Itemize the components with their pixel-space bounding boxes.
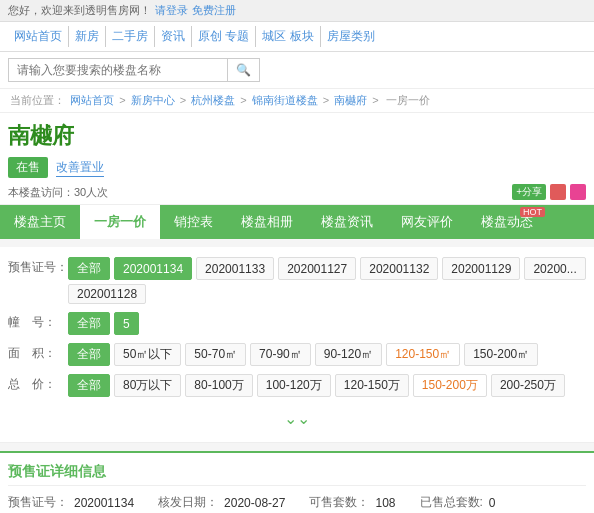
presale-202001133[interactable]: 202001133 [196,257,274,280]
estate-name: 南樾府 [8,121,586,151]
tab-nav: 楼盘主页 一房一价 销控表 楼盘相册 楼盘资讯 网友评价 楼盘动态 HOT [0,205,594,239]
filter-section: 预售证号： 全部 202001134 202001133 202001127 2… [0,247,594,443]
area-50below[interactable]: 50㎡以下 [114,343,181,366]
building-filter-row: 幢 号： 全部 5 [8,312,586,335]
estate-header: 南樾府 在售 改善置业 本楼盘访问：30人次 +分享 [0,113,594,205]
presale-options: 全部 202001134 202001133 202001127 2020011… [68,257,586,304]
presale-202001132[interactable]: 202001132 [360,257,438,280]
search-input[interactable] [8,58,228,82]
price-filter-row: 总 价： 全部 80万以下 80-100万 100-120万 120-150万 … [8,374,586,397]
breadcrumb-link-home[interactable]: 网站首页 [70,94,114,106]
cert-available-label: 可售套数： [309,494,369,511]
tab-one-price[interactable]: 一房一价 [80,205,160,239]
cert-date-value: 2020-08-27 [224,496,285,510]
area-all[interactable]: 全部 [68,343,110,366]
wechat-icon[interactable] [570,184,586,200]
price-label: 总 价： [8,374,68,393]
tab-dynamics[interactable]: 楼盘动态 HOT [467,205,547,239]
presale-filter-row: 预售证号： 全部 202001134 202001133 202001127 2… [8,257,586,304]
breadcrumb-link-jinnan[interactable]: 锦南街道楼盘 [252,94,318,106]
price-150-200[interactable]: 150-200万 [413,374,487,397]
share-icon[interactable]: +分享 [512,184,546,200]
breadcrumb-link-newcenter[interactable]: 新房中心 [131,94,175,106]
estate-visit-row: 本楼盘访问：30人次 +分享 [8,184,586,200]
presale-all[interactable]: 全部 [68,257,110,280]
greeting-text: 您好，欢迎来到透明售房网！ [8,3,151,18]
nav-item-newhouse[interactable]: 新房 [69,26,106,47]
tab-reviews[interactable]: 网友评价 [387,205,467,239]
area-label: 面 积： [8,343,68,362]
nav-item-home[interactable]: 网站首页 [8,26,69,47]
presale-202001127[interactable]: 202001127 [278,257,356,280]
price-80-100[interactable]: 80-100万 [185,374,252,397]
area-filter-row: 面 积： 全部 50㎡以下 50-70㎡ 70-90㎡ 90-120㎡ 120-… [8,343,586,366]
estate-status-row: 在售 改善置业 [8,157,586,178]
presale-label: 预售证号： [8,257,68,276]
nav-item-secondhand[interactable]: 二手房 [106,26,155,47]
cert-number-label: 预售证号： [8,494,68,511]
presale-20200more[interactable]: 20200... [524,257,585,280]
building-all[interactable]: 全部 [68,312,110,335]
area-50-70[interactable]: 50-70㎡ [185,343,246,366]
area-70-90[interactable]: 70-90㎡ [250,343,311,366]
tab-estate-home[interactable]: 楼盘主页 [0,205,80,239]
certificate-section: 预售证详细信息 预售证号： 202001134 核发日期： 2020-08-27… [0,451,594,513]
breadcrumb: 当前位置： 网站首页 > 新房中心 > 杭州楼盘 > 锦南街道楼盘 > 南樾府 … [0,89,594,113]
price-options: 全部 80万以下 80-100万 100-120万 120-150万 150-2… [68,374,586,397]
breadcrumb-link-hangzhou[interactable]: 杭州楼盘 [191,94,235,106]
login-link[interactable]: 请登录 [155,3,188,18]
tab-album[interactable]: 楼盘相册 [227,205,307,239]
nav-links: 网站首页 新房 二手房 资讯 原创 专题 城区 板块 房屋类别 [8,26,381,47]
breadcrumb-link-estate[interactable]: 南樾府 [334,94,367,106]
visit-count: 本楼盘访问：30人次 [8,185,108,200]
cert-available-value: 108 [375,496,395,510]
building-5[interactable]: 5 [114,312,139,335]
tab-news[interactable]: 楼盘资讯 [307,205,387,239]
presale-202001128[interactable]: 202001128 [68,284,146,304]
cert-date-label: 核发日期： [158,494,218,511]
price-200-250[interactable]: 200-250万 [491,374,565,397]
search-button[interactable]: 🔍 [228,58,260,82]
cert-number-value: 202001134 [74,496,134,510]
cert-field-date: 核发日期： 2020-08-27 [158,494,285,511]
status-badge: 在售 [8,157,48,178]
nav-item-district[interactable]: 城区 板块 [256,26,320,47]
cert-sold-value: 0 [489,496,496,510]
top-bar: 您好，欢迎来到透明售房网！ 请登录 免费注册 [0,0,594,22]
presale-202001129[interactable]: 202001129 [442,257,520,280]
hot-badge: HOT [520,207,545,217]
expand-arrow[interactable]: ⌄⌄ [8,405,586,432]
nav-bar: 网站首页 新房 二手房 资讯 原创 专题 城区 板块 房屋类别 [0,22,594,52]
price-all[interactable]: 全部 [68,374,110,397]
weibo-icon[interactable] [550,184,566,200]
area-150-200[interactable]: 150-200㎡ [464,343,538,366]
register-link[interactable]: 免费注册 [192,3,236,18]
tab-sales-control[interactable]: 销控表 [160,205,227,239]
price-80below[interactable]: 80万以下 [114,374,181,397]
improve-link[interactable]: 改善置业 [56,159,104,177]
breadcrumb-home: 当前位置： [10,94,65,106]
cert-field-sold: 已售总套数: 0 [420,494,496,511]
cert-field-available: 可售套数： 108 [309,494,395,511]
breadcrumb-current: 一房一价 [386,94,430,106]
nav-item-type[interactable]: 房屋类别 [321,26,381,47]
area-120-150[interactable]: 120-150㎡ [386,343,460,366]
search-bar: 🔍 [0,52,594,89]
area-options: 全部 50㎡以下 50-70㎡ 70-90㎡ 90-120㎡ 120-150㎡ … [68,343,586,366]
certificate-title: 预售证详细信息 [8,463,586,486]
cert-field-number: 预售证号： 202001134 [8,494,134,511]
certificate-fields: 预售证号： 202001134 核发日期： 2020-08-27 可售套数： 1… [8,494,586,511]
price-100-120[interactable]: 100-120万 [257,374,331,397]
nav-item-news[interactable]: 资讯 [155,26,192,47]
building-label: 幢 号： [8,312,68,331]
nav-item-original[interactable]: 原创 专题 [192,26,256,47]
price-120-150[interactable]: 120-150万 [335,374,409,397]
cert-sold-label: 已售总套数: [420,494,483,511]
presale-202001134[interactable]: 202001134 [114,257,192,280]
share-area: +分享 [512,184,586,200]
area-90-120[interactable]: 90-120㎡ [315,343,382,366]
building-options: 全部 5 [68,312,586,335]
